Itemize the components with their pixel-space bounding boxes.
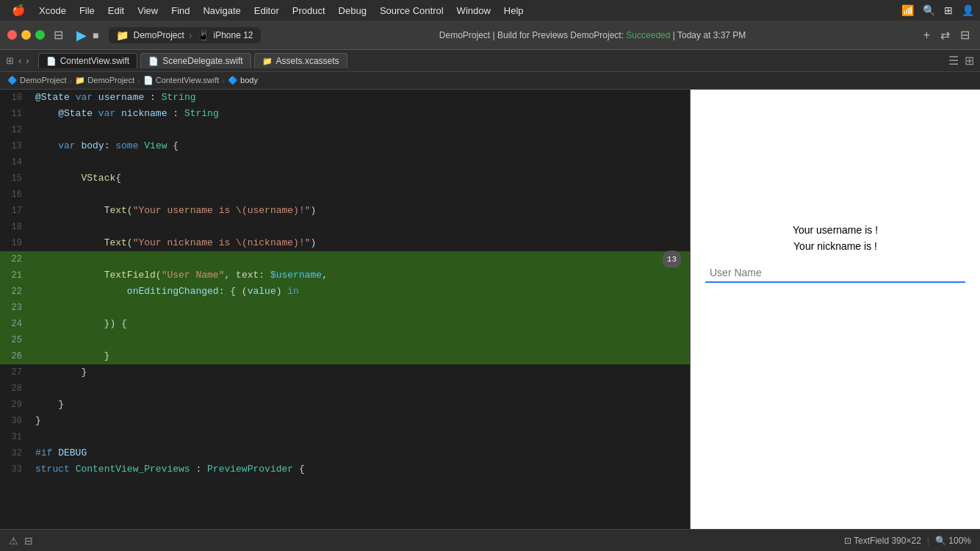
menu-navigate[interactable]: Navigate: [197, 4, 246, 18]
element-type: TextField: [854, 536, 889, 546]
status-bar: ⚠ ⊟ ⊡ TextField 390×22 | 🔍 100%: [0, 529, 980, 551]
code-line-11: 11 @State var nickname : String: [0, 106, 690, 122]
scheme-selector[interactable]: 📁 DemoProject › 📱 iPhone 12: [109, 27, 260, 43]
inspector-toggle-icon[interactable]: ⊟: [957, 26, 973, 43]
menu-xcode[interactable]: Xcode: [33, 4, 72, 18]
line-num-19: 19: [0, 235, 29, 251]
line-num-28: 28: [0, 381, 29, 397]
status-left: ⚠ ⊟: [9, 535, 33, 547]
inspector-icon[interactable]: ☰: [948, 54, 959, 68]
line-content-29: }: [29, 397, 690, 413]
code-line-23: 23: [0, 300, 690, 316]
code-line-10: 10 @State var username : String: [0, 90, 690, 106]
control-center-icon[interactable]: ⊞: [944, 4, 953, 16]
toolbar: ⊟ ▶ ■ 📁 DemoProject › 📱 iPhone 12 DemoPr…: [0, 21, 980, 50]
stop-button[interactable]: ■: [93, 29, 98, 41]
code-editor[interactable]: 10 @State var username : String 11 @Stat…: [0, 90, 690, 529]
preview-textfield[interactable]: [705, 264, 965, 283]
warning-icon[interactable]: ⚠: [9, 535, 18, 547]
line-num-13: 13: [0, 138, 29, 154]
tab-contentview[interactable]: 📄 ContentView.swift: [38, 53, 138, 68]
preview-text: Your username is ! Your nickname is !: [793, 222, 878, 255]
split-editor-icon[interactable]: ⊞: [965, 54, 974, 68]
preview-content: Your username is ! Your nickname is !: [691, 90, 980, 529]
code-line-33: 33 struct ContentView_Previews : Preview…: [0, 461, 690, 478]
line-content-26: }: [29, 348, 690, 364]
tab-assets-label: Assets.xcassets: [276, 56, 339, 66]
menu-help[interactable]: Help: [498, 4, 530, 18]
selected-element-label: ⊡ TextField 390×22: [844, 536, 921, 546]
device-name: iPhone 12: [214, 30, 253, 40]
line-content-10: @State var username : String: [29, 90, 690, 106]
wifi-icon: 📶: [901, 4, 914, 16]
back-icon[interactable]: ‹: [18, 55, 21, 66]
forward-icon[interactable]: ›: [26, 55, 29, 66]
main-area: 10 @State var username : String 11 @Stat…: [0, 90, 980, 529]
close-button[interactable]: [7, 30, 17, 40]
line-num-14: 14: [0, 154, 29, 170]
line-num-10: 10: [0, 90, 29, 106]
menu-file[interactable]: File: [73, 4, 101, 18]
swift-file-icon-2: 📄: [148, 57, 159, 66]
tab-assets[interactable]: 📁 Assets.xcassets: [254, 53, 347, 68]
line-content-11: @State var nickname : String: [29, 106, 690, 122]
breadcrumb: 🔷 DemoProject › 📁 DemoProject › 📄 Conten…: [0, 72, 980, 90]
line-num-23: 23: [0, 300, 29, 316]
layout-icon[interactable]: ⇄: [937, 26, 953, 43]
code-line-31: 31: [0, 429, 690, 445]
traffic-lights: [7, 30, 45, 40]
tab-scenedelegate[interactable]: 📄 SceneDelegate.swift: [140, 53, 251, 68]
menu-debug[interactable]: Debug: [333, 4, 372, 18]
code-line-12: 12: [0, 122, 690, 138]
fullscreen-button[interactable]: [35, 30, 45, 40]
menu-editor[interactable]: Editor: [248, 4, 285, 18]
tab-scenedelegate-label: SceneDelegate.swift: [162, 56, 242, 66]
line-num-26: 26: [0, 348, 29, 364]
code-line-14: 14: [0, 154, 690, 170]
menu-bar: 🍎 Xcode File Edit View Find Navigate Edi…: [0, 0, 980, 21]
line-content-33: struct ContentView_Previews : PreviewPro…: [29, 461, 690, 478]
sidebar-toggle-icon[interactable]: ⊟: [51, 26, 66, 43]
line-num-24: 24: [0, 316, 29, 332]
line-num-18: 18: [0, 219, 29, 235]
minimize-button[interactable]: [21, 30, 31, 40]
scheme-folder-icon: 📁: [116, 29, 129, 41]
code-line-25: 25: [0, 332, 690, 348]
line-content-21: TextField("User Name", text: $username,: [29, 267, 690, 284]
code-line-19: 19 Text("Your nickname is \(nickname)!"): [0, 235, 690, 251]
search-menu-icon[interactable]: 🔍: [923, 4, 935, 16]
menu-edit[interactable]: Edit: [102, 4, 130, 18]
breadcrumb-group[interactable]: 📁 DemoProject: [75, 76, 134, 85]
menu-view[interactable]: View: [131, 4, 164, 18]
line-num-30: 30: [0, 413, 29, 429]
line-num-11: 11: [0, 106, 29, 122]
code-lines: 10 @State var username : String 11 @Stat…: [0, 90, 690, 478]
code-line-16: 16: [0, 187, 690, 203]
menu-source-control[interactable]: Source Control: [374, 4, 450, 18]
line-num-33: 33: [0, 461, 29, 478]
run-button[interactable]: ▶: [76, 27, 87, 43]
error-icon[interactable]: ⊟: [24, 535, 33, 547]
add-icon[interactable]: +: [920, 27, 933, 43]
code-line-28: 28: [0, 381, 690, 397]
line-content-32: #if DEBUG: [29, 445, 690, 461]
scheme-name: DemoProject: [133, 30, 184, 40]
user-icon[interactable]: 👤: [962, 4, 974, 16]
breadcrumb-symbol[interactable]: 🔷 body: [228, 76, 258, 85]
tab-left-icons: ⊞ ‹ ›: [6, 55, 29, 66]
menu-find[interactable]: Find: [165, 4, 195, 18]
menu-window[interactable]: Window: [451, 4, 497, 18]
line-num-29: 29: [0, 397, 29, 413]
swift-file-icon: 📄: [46, 57, 57, 66]
breadcrumb-file[interactable]: 📄 ContentView.swift: [143, 76, 220, 85]
menu-product[interactable]: Product: [287, 4, 331, 18]
breadcrumb-project[interactable]: 🔷 DemoProject: [7, 76, 67, 85]
line-content-24: }) {: [29, 316, 690, 332]
line-content-19: Text("Your nickname is \(nickname)!"): [29, 235, 690, 251]
grid-icon[interactable]: ⊞: [6, 55, 14, 66]
preview-nickname-text: Your nickname is !: [793, 238, 878, 254]
line-num-21: 21: [0, 267, 29, 284]
code-line-18: 18: [0, 219, 690, 235]
apple-menu[interactable]: 🍎: [6, 2, 32, 18]
line-content-22: onEditingChanged: { (value) in: [29, 284, 690, 300]
